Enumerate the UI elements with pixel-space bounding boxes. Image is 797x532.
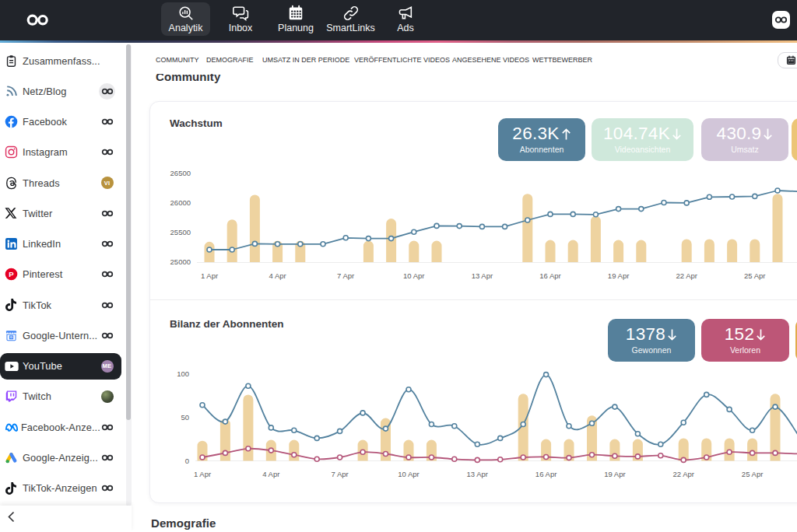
svg-text:7 Apr: 7 Apr xyxy=(332,470,349,478)
svg-text:10 Apr: 10 Apr xyxy=(398,470,419,478)
svg-text:25 Apr: 25 Apr xyxy=(744,271,765,280)
svg-text:25500: 25500 xyxy=(170,228,191,236)
svg-text:7 Apr: 7 Apr xyxy=(337,271,354,280)
svg-text:10 Apr: 10 Apr xyxy=(403,271,424,280)
svg-text:4 Apr: 4 Apr xyxy=(269,271,286,280)
svg-text:25 Apr: 25 Apr xyxy=(742,470,763,478)
svg-text:22 Apr: 22 Apr xyxy=(676,271,697,280)
svg-text:50: 50 xyxy=(181,413,189,422)
svg-text:19 Apr: 19 Apr xyxy=(608,271,629,280)
svg-text:4 Apr: 4 Apr xyxy=(262,470,279,478)
svg-text:26500: 26500 xyxy=(170,169,191,177)
svg-text:13 Apr: 13 Apr xyxy=(472,271,493,280)
svg-text:22 Apr: 22 Apr xyxy=(672,470,693,478)
svg-text:13 Apr: 13 Apr xyxy=(467,470,488,478)
svg-text:P: P xyxy=(9,270,14,278)
svg-text:16 Apr: 16 Apr xyxy=(539,271,560,280)
svg-text:26000: 26000 xyxy=(170,198,191,207)
svg-text:19 Apr: 19 Apr xyxy=(604,470,625,478)
svg-text:16 Apr: 16 Apr xyxy=(535,470,556,478)
svg-text:100: 100 xyxy=(177,369,189,378)
svg-text:0: 0 xyxy=(185,457,189,465)
svg-text:25000: 25000 xyxy=(170,257,191,266)
svg-text:1 Apr: 1 Apr xyxy=(201,271,218,280)
svg-text:1 Apr: 1 Apr xyxy=(194,470,211,478)
